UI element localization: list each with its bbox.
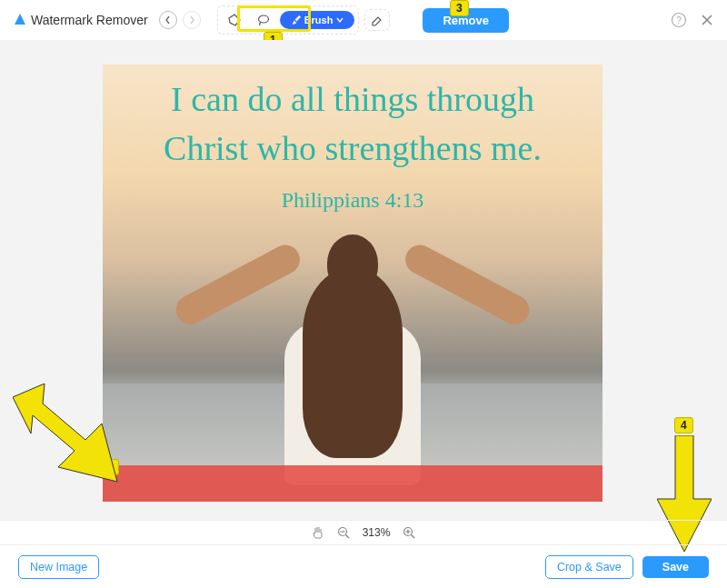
image-person [225, 231, 480, 467]
zoom-value: 313% [363, 526, 391, 539]
undo-redo-group [159, 11, 201, 29]
svg-line-11 [412, 535, 415, 539]
zoom-in-icon[interactable] [403, 526, 415, 539]
top-toolbar: Watermark Remover Brush [0, 0, 727, 40]
logo-icon [13, 13, 27, 27]
help-icon[interactable]: ? [671, 12, 687, 28]
undo-button[interactable] [159, 11, 177, 29]
image-text-verse: Philippians 4:13 [103, 188, 603, 213]
eraser-icon [370, 13, 384, 27]
brush-icon [291, 15, 301, 25]
canvas-area[interactable]: I can do all things through Christ who s… [0, 40, 727, 520]
selection-tool-group: Brush [217, 5, 360, 35]
brush-mask-overlay [103, 465, 603, 502]
image-text-line2: Christ who strengthens me. [103, 130, 603, 168]
eraser-tool-button[interactable] [364, 9, 390, 31]
redo-button[interactable] [183, 11, 201, 29]
polygon-tool-icon[interactable] [222, 9, 247, 31]
zoom-out-icon[interactable] [337, 526, 350, 539]
remove-button[interactable]: Remove [423, 8, 509, 33]
crop-and-save-button[interactable]: Crop & Save [545, 555, 633, 579]
new-image-button[interactable]: New Image [18, 555, 99, 579]
svg-text:?: ? [676, 15, 682, 25]
app-root: Watermark Remover Brush [0, 0, 727, 588]
app-logo: Watermark Remover [13, 13, 148, 27]
image-text-line1: I can do all things through [103, 81, 603, 119]
editing-image: I can do all things through Christ who s… [103, 65, 603, 502]
brush-label: Brush [304, 15, 334, 25]
brush-tool-button[interactable]: Brush [280, 11, 355, 29]
topbar-right: ? [671, 12, 714, 28]
save-button[interactable]: Save [642, 556, 709, 578]
bottom-bar: New Image Crop & Save Save [0, 545, 727, 588]
svg-line-7 [345, 535, 349, 539]
app-title: Watermark Remover [31, 13, 148, 27]
lasso-tool-icon[interactable] [251, 9, 276, 31]
chevron-down-icon [336, 16, 344, 24]
zoom-row: 313% [0, 520, 727, 545]
pan-hand-icon[interactable] [312, 526, 324, 539]
svg-point-0 [258, 15, 268, 23]
close-icon[interactable] [700, 13, 714, 27]
